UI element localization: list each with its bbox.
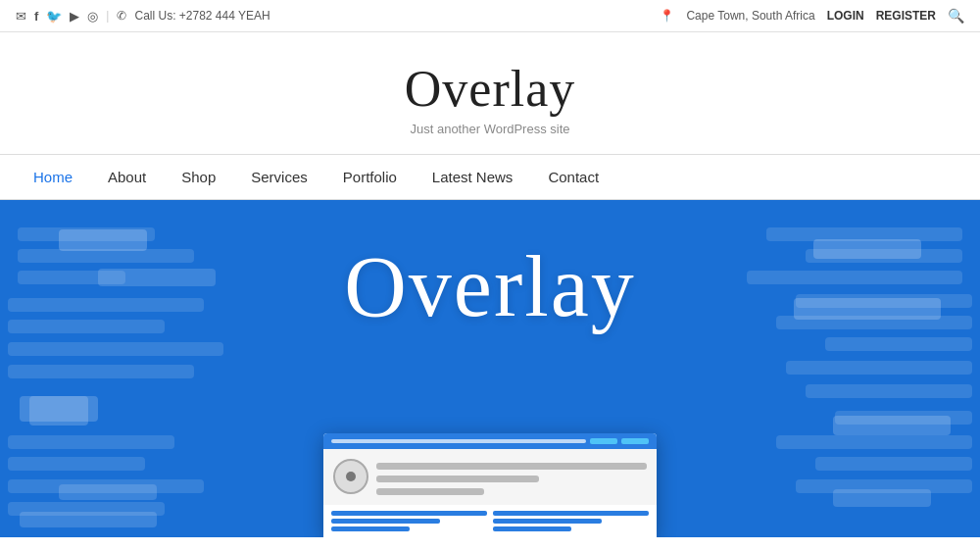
nav-list: Home About Shop Services Portfolio Lates…	[16, 155, 964, 199]
nav-link-contact[interactable]: Contact	[530, 155, 616, 199]
login-button[interactable]: LOGIN	[827, 9, 864, 23]
email-icon[interactable]: ✉	[16, 9, 26, 24]
facebook-icon[interactable]: f	[34, 9, 38, 24]
mockup-footer-col-1	[331, 511, 487, 531]
mockup-footer-bar-2	[331, 519, 440, 524]
nav-item-about[interactable]: About	[90, 155, 164, 199]
top-bar-right: 📍 Cape Town, South Africa LOGIN REGISTER…	[660, 8, 964, 24]
nav-link-shop[interactable]: Shop	[164, 155, 233, 199]
location-pin-icon: 📍	[660, 9, 674, 23]
social-icons: ✉ f 🐦 ▶ ◎	[16, 9, 98, 24]
mockup-titlebar	[323, 433, 657, 449]
mockup-line-2	[376, 476, 539, 482]
nav-item-contact[interactable]: Contact	[530, 155, 616, 199]
mockup-titlebar-btn1	[590, 438, 617, 444]
instagram-icon[interactable]: ◎	[87, 9, 98, 24]
register-button[interactable]: REGISTER	[876, 9, 936, 23]
mockup-footer-bar-6	[493, 526, 571, 531]
mockup-titlebar-btn2	[621, 438, 649, 444]
phone-icon: ✆	[117, 9, 126, 23]
mockup-lines	[376, 459, 647, 495]
top-bar: ✉ f 🐦 ▶ ◎ | ✆ Call Us: +2782 444 YEAH 📍 …	[0, 0, 980, 32]
nav-link-services[interactable]: Services	[233, 155, 325, 199]
nav-item-latest-news[interactable]: Latest News	[415, 155, 531, 199]
nav-link-latest-news[interactable]: Latest News	[415, 155, 531, 199]
location-text: Cape Town, South Africa	[686, 9, 814, 23]
mockup-line-3	[376, 488, 484, 495]
nav-item-shop[interactable]: Shop	[164, 155, 233, 199]
main-nav: Home About Shop Services Portfolio Lates…	[0, 154, 980, 200]
nav-item-home[interactable]: Home	[16, 155, 90, 199]
nav-item-portfolio[interactable]: Portfolio	[325, 155, 415, 199]
mockup-line-1	[376, 463, 647, 470]
mockup-footer-bar-1	[331, 511, 487, 516]
site-title: Overlay	[16, 60, 964, 118]
top-bar-left: ✉ f 🐦 ▶ ◎ | ✆ Call Us: +2782 444 YEAH	[16, 9, 270, 24]
twitter-icon[interactable]: 🐦	[46, 9, 62, 24]
nav-link-home[interactable]: Home	[16, 155, 90, 199]
mockup-footer	[323, 505, 657, 537]
site-header: Overlay Just another WordPress site	[0, 32, 980, 154]
site-tagline: Just another WordPress site	[16, 122, 964, 136]
hero-banner: Overlay	[0, 200, 980, 537]
mockup-footer-bar-4	[493, 511, 649, 516]
nav-link-portfolio[interactable]: Portfolio	[325, 155, 415, 199]
mockup-body	[323, 449, 657, 505]
nav-item-services[interactable]: Services	[233, 155, 325, 199]
mockup-footer-bar-3	[331, 526, 410, 531]
hero-title: Overlay	[0, 237, 980, 336]
mockup-footer-col-2	[493, 511, 649, 531]
mockup-avatar-dot	[346, 472, 356, 481]
nav-link-about[interactable]: About	[90, 155, 164, 199]
youtube-icon[interactable]: ▶	[70, 9, 79, 24]
mockup-footer-bar-5	[493, 519, 602, 524]
mockup-window	[323, 433, 657, 537]
search-icon[interactable]: 🔍	[948, 8, 964, 24]
phone-separator: |	[106, 9, 109, 23]
mockup-container	[323, 433, 657, 537]
mockup-avatar	[333, 459, 368, 494]
phone-label: Call Us: +2782 444 YEAH	[134, 9, 270, 23]
mockup-titlebar-line1	[331, 439, 586, 443]
